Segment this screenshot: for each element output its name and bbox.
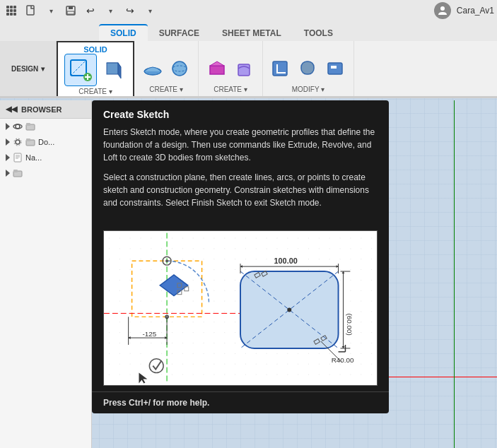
tooltip-diagram: -125 100.00: [103, 230, 378, 386]
modify-button-2[interactable]: [296, 56, 321, 81]
undo-icon: ↩: [86, 5, 95, 16]
svg-point-25: [13, 124, 22, 129]
folder-icon-1: [25, 122, 35, 131]
sheet-metal-button-1[interactable]: [204, 56, 230, 81]
svg-rect-32: [14, 153, 21, 162]
tooltip-para-1: Enters Sketch mode, where you create geo…: [103, 126, 378, 164]
sidebar-item-label-3: Na...: [25, 153, 42, 162]
folder-icon-3: [13, 168, 23, 178]
svg-text:(60.00): (60.00): [346, 313, 353, 335]
svg-text:100.00: 100.00: [274, 257, 298, 265]
sheet-metal-section-label: CREATE ▾: [214, 86, 247, 93]
svg-rect-37: [13, 170, 18, 172]
ribbon-buttons-row: DESIGN ▾ SOLID: [0, 41, 497, 98]
browser-title: BROWSER: [21, 105, 62, 114]
svg-rect-21: [301, 61, 314, 74]
sheet-metal-section: CREATE ▾: [199, 41, 263, 96]
grid-icon: [6, 6, 16, 16]
expand-triangle-2: [6, 138, 10, 146]
svg-point-62: [287, 308, 291, 312]
modify-buttons-row: [269, 56, 348, 81]
user-avatar: [434, 2, 451, 19]
svg-marker-18: [210, 61, 224, 66]
svg-rect-17: [210, 66, 224, 74]
save-button[interactable]: [62, 2, 79, 19]
svg-rect-31: [26, 138, 30, 141]
user-name-label: Cara_Av1: [457, 6, 494, 16]
design-dropdown-arrow: ▾: [41, 65, 45, 73]
sheet-metal-buttons-row: [204, 56, 257, 81]
svg-point-47: [165, 259, 168, 262]
design-label: DESIGN: [11, 65, 38, 73]
active-tab-indicator: SOLID: [83, 45, 107, 54]
tab-sheet-metal[interactable]: SHEET METAL: [211, 25, 293, 41]
tab-tools[interactable]: TOOLS: [293, 25, 344, 41]
sidebar-item-2[interactable]: Do...: [0, 134, 91, 150]
sidebar-item-4[interactable]: [0, 165, 91, 181]
apps-grid-button[interactable]: [3, 2, 20, 19]
browser-sidebar: ◀◀ BROWSER Do... Na...: [0, 100, 92, 448]
solid-3d-button[interactable]: [98, 54, 127, 86]
svg-rect-11: [107, 63, 118, 74]
sidebar-item-1[interactable]: [0, 119, 91, 134]
sidebar-item-label-2: Do...: [38, 138, 54, 146]
modify-button-3[interactable]: [322, 56, 348, 81]
svg-marker-12: [118, 63, 121, 78]
doc-icon: [13, 153, 23, 163]
modify-section: MODIFY ▾: [263, 41, 354, 96]
undo-dropdown-icon: ▾: [109, 7, 112, 15]
save-icon: [65, 5, 76, 16]
surface-section: CREATE ▾: [134, 41, 199, 96]
tab-solid[interactable]: SOLID: [99, 24, 148, 41]
expand-triangle-4: [6, 170, 10, 177]
redo-button[interactable]: ↪: [122, 2, 139, 19]
modify-button-1[interactable]: [269, 56, 294, 81]
sketch-diagram-svg: -125 100.00: [104, 231, 377, 385]
create-buttons-row: [64, 54, 127, 86]
sheet-metal-icon-2: [234, 59, 254, 78]
design-dropdown[interactable]: DESIGN ▾: [0, 41, 57, 96]
surface-icon-1: [143, 59, 163, 78]
file-dropdown-button[interactable]: ▾: [42, 2, 59, 19]
expand-triangle-3: [6, 154, 10, 161]
dropdown-arrow-icon: ▾: [49, 7, 53, 15]
tooltip-body: Enters Sketch mode, where you create geo…: [92, 126, 389, 225]
svg-point-4: [440, 6, 445, 11]
modify-icon-2: [298, 59, 318, 78]
surface-button-1[interactable]: [140, 56, 165, 81]
sidebar-item-3[interactable]: Na...: [0, 150, 91, 165]
expand-triangle-1: [6, 123, 10, 130]
collapse-icon[interactable]: ◀◀: [6, 105, 17, 114]
create-sketch-button[interactable]: [64, 54, 97, 86]
undo-button[interactable]: ↩: [82, 2, 99, 19]
svg-rect-0: [27, 6, 34, 15]
create-sketch-section: SOLID: [57, 41, 134, 96]
eye-icon: [13, 122, 23, 131]
y-axis-line: [454, 100, 455, 448]
redo-icon: ↪: [126, 5, 134, 16]
create-sketch-icon: [68, 57, 93, 83]
surface-section-label: CREATE ▾: [149, 86, 183, 93]
redo-dropdown-button[interactable]: ▾: [141, 2, 158, 19]
tab-surface[interactable]: SURFACE: [148, 25, 211, 41]
surface-button-2[interactable]: [167, 56, 192, 81]
surface-buttons-row: [140, 56, 192, 81]
browser-header: ◀◀ BROWSER: [0, 100, 91, 119]
create-sketch-tooltip: Create Sketch Enters Sketch mode, where …: [92, 100, 389, 413]
svg-line-6: [71, 60, 86, 76]
redo-dropdown-icon: ▾: [148, 7, 152, 15]
svg-rect-3: [67, 11, 74, 14]
svg-point-28: [16, 140, 20, 144]
surface-icon-2: [170, 59, 189, 78]
ribbon-tabs-row: SOLID SURFACE SHEET METAL TOOLS: [0, 21, 497, 41]
toolbar-top-row: ▾ ↩ ▾ ↪ ▾: [0, 0, 497, 21]
modify-icon-3: [325, 59, 345, 78]
file-button[interactable]: [23, 2, 40, 19]
sheet-metal-button-2[interactable]: [231, 56, 257, 81]
svg-rect-23: [331, 66, 337, 69]
file-icon: [25, 5, 37, 16]
folder-icon-2: [25, 137, 35, 147]
sheet-metal-icon-1: [207, 59, 227, 78]
undo-dropdown-button[interactable]: ▾: [102, 2, 119, 19]
create-section-label: CREATE ▾: [78, 88, 112, 95]
